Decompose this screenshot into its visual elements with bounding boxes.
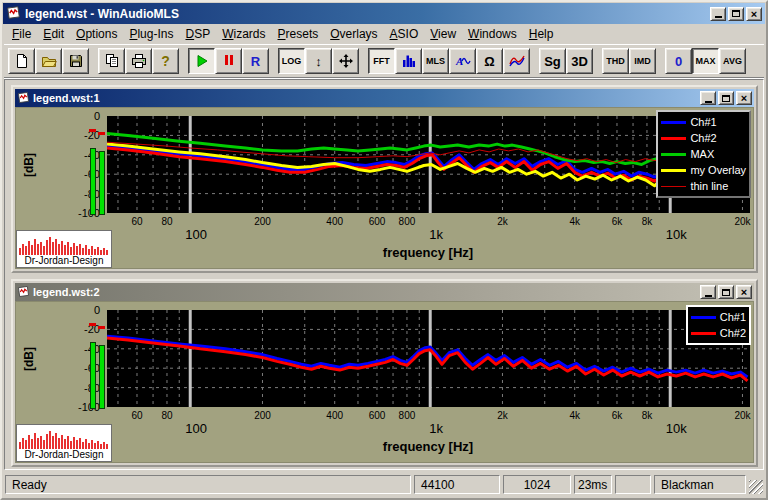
plot-area[interactable] (107, 116, 750, 213)
thd-button[interactable]: THD (602, 48, 629, 74)
pan-button[interactable] (332, 48, 359, 74)
status-ready: Ready (5, 475, 411, 494)
maximize-button[interactable] (728, 7, 744, 21)
mdi-area: legend.wst:1 × [dB] 0-20-40-60-80-100 60… (4, 79, 764, 470)
log-scale-button[interactable]: LOG (278, 48, 305, 74)
status-bar: Ready 44100 1024 23ms Blackman (4, 472, 764, 496)
x-tick-label: 8k (642, 216, 653, 227)
menu-asio[interactable]: ASIO (384, 25, 425, 43)
legend: Ch#1Ch#2 (686, 305, 751, 345)
level-meter-bar (90, 342, 96, 409)
menu-windows[interactable]: Windows (462, 25, 523, 43)
spectrum-bars-icon (401, 53, 417, 69)
vendor-logo: Dr-Jordan-Design (16, 424, 112, 462)
fft-button[interactable]: FFT (368, 48, 395, 74)
sine-sweep-icon: A (455, 53, 471, 69)
x-decade-label: 1k (429, 227, 443, 242)
child1-minimize-button[interactable] (700, 91, 716, 105)
legend-line-sample (661, 186, 686, 187)
close-icon: × (741, 93, 747, 103)
max-hold-button[interactable]: MAX (692, 48, 719, 74)
x-tick-label: 80 (161, 216, 172, 227)
child1-close-button[interactable]: × (736, 91, 752, 105)
play-button[interactable] (188, 48, 215, 74)
x-tick-label: 4k (569, 216, 580, 227)
child1-title-bar[interactable]: legend.wst:1 × (15, 89, 754, 107)
menu-file[interactable]: File (6, 25, 37, 43)
x-tick-label: 200 (254, 216, 271, 227)
print-button[interactable] (125, 48, 152, 74)
save-button[interactable] (62, 48, 89, 74)
menu-plugins[interactable]: Plug-Ins (123, 25, 179, 43)
app-icon (6, 5, 21, 23)
legend-row: Ch#2 (661, 130, 746, 146)
four-way-arrow-icon (338, 53, 354, 69)
x-tick-label: 6k (612, 216, 623, 227)
impedance-button[interactable]: Ω (476, 48, 503, 74)
close-button[interactable]: × (746, 7, 762, 21)
legend-label: MAX (690, 148, 714, 160)
legend-line-sample (661, 153, 686, 156)
curves-icon (509, 53, 525, 69)
child2-title-bar[interactable]: legend.wst:2 × (15, 283, 754, 301)
document-icon (17, 91, 30, 106)
menu-options[interactable]: Options (70, 25, 123, 43)
copy-button[interactable] (98, 48, 125, 74)
spectrum-bars-button[interactable] (395, 48, 422, 74)
menu-edit[interactable]: Edit (37, 25, 70, 43)
menu-dsp[interactable]: DSP (179, 25, 216, 43)
average-button[interactable]: AVG (719, 48, 746, 74)
legend-line-sample (691, 332, 716, 335)
signal-generator-button[interactable]: Sg (539, 48, 566, 74)
logo-text: Dr-Jordan-Design (25, 255, 104, 267)
legend-label: Ch#2 (720, 327, 746, 339)
menu-bar: File Edit Options Plug-Ins DSP Wizards P… (4, 24, 764, 44)
response-curves-button[interactable] (503, 48, 530, 74)
legend-row: Ch#2 (691, 325, 746, 341)
x-tick-label: 20k (734, 216, 750, 227)
x-tick-label: 8k (642, 410, 653, 421)
status-fftsize: 1024 (503, 475, 571, 494)
window-title: legend.wst - WinAudioMLS (25, 7, 706, 21)
x-tick-label: 800 (399, 410, 416, 421)
legend-row: MAX (661, 146, 746, 162)
plot-panel: [dB] 0-20-40-60-80-100 60802004006008002… (15, 301, 754, 463)
sweep-button[interactable]: A (449, 48, 476, 74)
x-tick-label: 6k (612, 410, 623, 421)
maximize-icon (722, 95, 730, 102)
vendor-logo: Dr-Jordan-Design (16, 230, 112, 268)
child1-maximize-button[interactable] (718, 91, 734, 105)
resize-grip[interactable] (749, 480, 763, 494)
plot-panel: [dB] 0-20-40-60-80-100 60802004006008002… (15, 107, 754, 269)
menu-wizards[interactable]: Wizards (216, 25, 271, 43)
peak-hold-mark (89, 323, 96, 326)
mls-button[interactable]: MLS (422, 48, 449, 74)
record-button[interactable]: R (242, 48, 269, 74)
status-latency: 23ms (574, 475, 612, 494)
open-button[interactable] (35, 48, 62, 74)
plot-area[interactable] (107, 310, 750, 407)
child2-minimize-button[interactable] (700, 285, 716, 299)
menu-view[interactable]: View (424, 25, 462, 43)
open-folder-icon (41, 53, 57, 69)
legend-label: Ch#1 (720, 311, 746, 323)
child2-title: legend.wst:2 (33, 286, 697, 298)
x-decade-label: 10k (666, 227, 687, 242)
child2-close-button[interactable]: × (736, 285, 752, 299)
level-meter-bar (99, 151, 105, 215)
imd-button[interactable]: IMD (629, 48, 656, 74)
menu-help[interactable]: Help (523, 25, 560, 43)
menu-overlays[interactable]: Overlays (324, 25, 383, 43)
legend-row: Ch#1 (691, 309, 746, 325)
reset-button[interactable]: 0 (665, 48, 692, 74)
help-icon: ? (161, 53, 170, 69)
vertical-scale-button[interactable]: ↕ (305, 48, 332, 74)
title-bar[interactable]: legend.wst - WinAudioMLS × (3, 3, 765, 24)
minimize-button[interactable] (710, 7, 726, 21)
child2-maximize-button[interactable] (718, 285, 734, 299)
menu-presets[interactable]: Presets (272, 25, 325, 43)
3d-view-button[interactable]: 3D (566, 48, 593, 74)
help-button[interactable]: ? (152, 48, 179, 74)
new-button[interactable] (8, 48, 35, 74)
pause-button[interactable] (215, 48, 242, 74)
